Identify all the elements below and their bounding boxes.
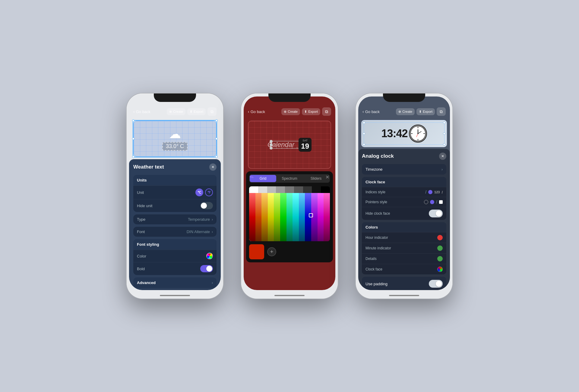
clock-panel-title: Analog clock bbox=[362, 153, 394, 159]
hide-clock-face-thumb bbox=[436, 210, 442, 217]
timezone-row[interactable]: Timezone › bbox=[362, 164, 446, 175]
ck-handle-mr[interactable] bbox=[443, 132, 445, 135]
clock-panel-header: Analog clock ✕ bbox=[362, 153, 446, 160]
export-label-3: Export bbox=[423, 110, 432, 113]
export-icon-2: ⬆ bbox=[304, 110, 307, 114]
line-style-icon[interactable]: / bbox=[425, 190, 426, 194]
create-button-3[interactable]: ⊕ Create bbox=[396, 108, 415, 115]
add-color-button[interactable]: + bbox=[267, 247, 276, 256]
celsius-button[interactable]: ℃ bbox=[195, 188, 203, 196]
bold-toggle[interactable] bbox=[200, 265, 213, 272]
handle-bottom-left[interactable] bbox=[132, 156, 134, 158]
back-button-3[interactable]: ‹ Go back bbox=[362, 109, 380, 114]
clock-canvas: 13:42 bbox=[361, 120, 447, 147]
use-padding-row: Use padding bbox=[362, 277, 446, 290]
handle-bottom-right[interactable] bbox=[215, 156, 218, 158]
picker-close-button[interactable]: ✕ bbox=[325, 174, 329, 180]
type-chevron-icon: › bbox=[212, 217, 213, 222]
unit-buttons: ℃ ℉ bbox=[195, 188, 213, 196]
handle-mid-left[interactable] bbox=[132, 138, 134, 140]
handle-mid-right[interactable] bbox=[215, 138, 218, 140]
create-button[interactable]: ⊕ Create bbox=[167, 108, 185, 115]
circle-pointer-icon[interactable] bbox=[424, 200, 428, 204]
italic-style-icon[interactable]: I bbox=[441, 190, 443, 194]
timezone-label: Timezone bbox=[365, 167, 383, 172]
advanced-section[interactable]: Advanced › bbox=[133, 277, 217, 288]
weather-panel: Weather text ✕ Units Unit ℃ ℉ Hide unit bbox=[129, 159, 221, 290]
hide-clock-face-label: Hide clock face bbox=[365, 211, 390, 216]
advanced-label: Advanced bbox=[137, 280, 156, 285]
layers-icon-3: ⧉ bbox=[440, 109, 443, 114]
home-indicator bbox=[127, 292, 223, 299]
hide-unit-row: Hide unit bbox=[133, 199, 217, 212]
back-button-2[interactable]: ‹ Go back bbox=[248, 109, 265, 114]
use-padding-toggle[interactable] bbox=[429, 280, 443, 288]
type-row[interactable]: Type Temperature › bbox=[133, 214, 217, 224]
panel-close-button[interactable]: ✕ bbox=[209, 163, 217, 171]
create-button-2[interactable]: ⊕ Create bbox=[281, 108, 300, 115]
weather-canvas: ☁ 33.0° C bbox=[133, 121, 217, 157]
back-chevron-icon: ‹ bbox=[133, 109, 135, 114]
back-chevron-icon-3: ‹ bbox=[362, 109, 364, 114]
hide-unit-toggle[interactable] bbox=[200, 202, 213, 209]
bold-label: Bold bbox=[137, 267, 145, 271]
hour-indicator-color[interactable] bbox=[437, 235, 443, 240]
clock-face-header: Clock face bbox=[362, 177, 446, 187]
clock-svg bbox=[410, 125, 426, 142]
use-padding-label: Use padding bbox=[365, 282, 388, 286]
details-color[interactable] bbox=[437, 256, 443, 261]
handle-top-right[interactable] bbox=[215, 119, 218, 122]
ck-handle-bl[interactable] bbox=[363, 143, 365, 146]
minute-indicator-color[interactable] bbox=[437, 245, 443, 251]
back-label-2: Go back bbox=[251, 109, 265, 114]
home-bar-3 bbox=[389, 295, 419, 296]
ck-handle-br[interactable] bbox=[443, 143, 445, 146]
back-chevron-icon-2: ‹ bbox=[248, 109, 249, 114]
panel-header: Weather text ✕ bbox=[133, 163, 217, 171]
unit-row: Unit ℃ ℉ bbox=[133, 185, 217, 199]
color-spectrum[interactable] bbox=[249, 193, 330, 241]
selected-colors: + bbox=[249, 244, 330, 259]
ck-handle-tl[interactable] bbox=[363, 122, 365, 124]
back-label-3: Go back bbox=[365, 109, 380, 114]
export-button[interactable]: ⬆ Export bbox=[187, 108, 206, 115]
dot-style-active[interactable] bbox=[428, 190, 432, 194]
tab-spectrum[interactable]: Spectrum bbox=[276, 175, 303, 182]
pointers-style-options: / bbox=[424, 200, 443, 204]
number-style-icon[interactable]: 123 bbox=[434, 190, 440, 194]
units-section: Units Unit ℃ ℉ Hide unit bbox=[133, 175, 217, 212]
dot-pointer-active[interactable] bbox=[430, 200, 434, 204]
phone-3: ‹ Go back ⊕ Create ⬆ Export ⧉ bbox=[356, 93, 452, 299]
clock-face-section: Clock face Indices style / 123 I Poi bbox=[362, 177, 446, 220]
create-icon: ⊕ bbox=[169, 110, 172, 114]
colors-section: Colors Hour indicator Minute indicator D… bbox=[362, 222, 446, 274]
export-label: Export bbox=[194, 110, 203, 113]
clock-face-color[interactable] bbox=[437, 267, 443, 272]
export-label-2: Export bbox=[308, 110, 318, 113]
use-padding-thumb bbox=[436, 281, 442, 287]
line-pointer-icon[interactable]: / bbox=[436, 200, 437, 204]
hide-clock-face-toggle[interactable] bbox=[429, 210, 443, 217]
handle-top-left[interactable] bbox=[132, 119, 134, 122]
picker-tabs: Grid Spectrum Sliders bbox=[249, 174, 330, 183]
selected-color-swatch[interactable] bbox=[249, 244, 264, 259]
ck-handle-tr[interactable] bbox=[443, 122, 445, 124]
export-button-2[interactable]: ⬆ Export bbox=[302, 108, 320, 115]
layers-button[interactable]: ⧉ bbox=[207, 107, 217, 116]
toolbar-3: ⊕ Create ⬆ Export ⧉ bbox=[396, 107, 446, 116]
fahrenheit-button[interactable]: ℉ bbox=[205, 188, 213, 196]
square-pointer-icon[interactable] bbox=[439, 200, 443, 204]
ck-handle-ml[interactable] bbox=[363, 132, 365, 135]
layers-button-2[interactable]: ⧉ bbox=[322, 107, 331, 116]
export-icon-3: ⬆ bbox=[419, 110, 422, 114]
layers-button-3[interactable]: ⧉ bbox=[437, 107, 446, 116]
export-button-3[interactable]: ⬆ Export bbox=[416, 108, 435, 115]
create-icon-3: ⊕ bbox=[398, 110, 401, 114]
font-row[interactable]: Font DIN Alternate › bbox=[133, 227, 217, 237]
clock-close-button[interactable]: ✕ bbox=[439, 153, 446, 160]
back-button[interactable]: ‹ Go back bbox=[133, 109, 150, 114]
color-row: Color bbox=[133, 250, 217, 262]
color-marker[interactable] bbox=[309, 213, 313, 217]
color-picker-button[interactable] bbox=[206, 253, 213, 259]
color-grid[interactable] bbox=[249, 186, 330, 241]
